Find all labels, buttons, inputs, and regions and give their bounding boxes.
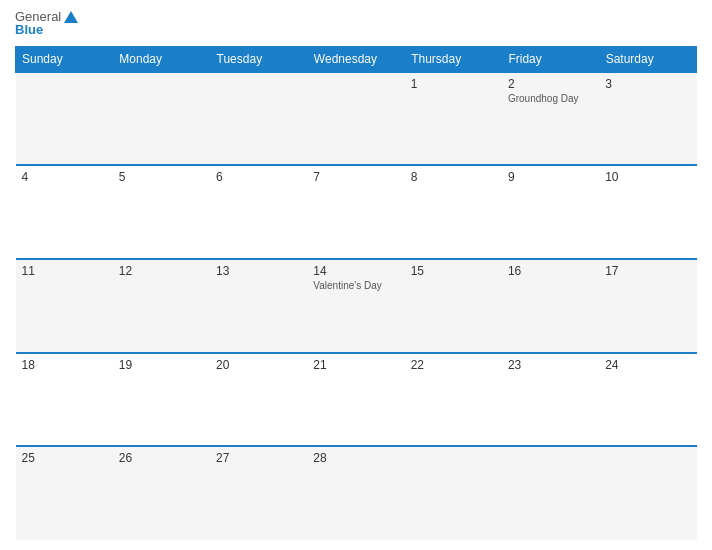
day-event: Valentine's Day — [313, 280, 398, 291]
col-header-wednesday: Wednesday — [307, 46, 404, 72]
day-cell: 26 — [113, 446, 210, 540]
day-number: 10 — [605, 170, 690, 184]
day-cell: 16 — [502, 259, 599, 353]
week-row-4: 18192021222324 — [16, 353, 697, 447]
day-cell: 21 — [307, 353, 404, 447]
day-cell: 3 — [599, 72, 696, 166]
day-cell: 15 — [405, 259, 502, 353]
day-number: 22 — [411, 358, 496, 372]
day-cell: 18 — [16, 353, 113, 447]
week-row-2: 45678910 — [16, 165, 697, 259]
day-number: 14 — [313, 264, 398, 278]
day-cell: 2Groundhog Day — [502, 72, 599, 166]
day-cell: 25 — [16, 446, 113, 540]
day-number: 3 — [605, 77, 690, 91]
day-number: 7 — [313, 170, 398, 184]
day-cell: 10 — [599, 165, 696, 259]
col-header-thursday: Thursday — [405, 46, 502, 72]
calendar-table: SundayMondayTuesdayWednesdayThursdayFrid… — [15, 46, 697, 540]
day-cell: 14Valentine's Day — [307, 259, 404, 353]
day-cell: 19 — [113, 353, 210, 447]
day-number: 13 — [216, 264, 301, 278]
day-number: 24 — [605, 358, 690, 372]
day-number: 11 — [22, 264, 107, 278]
day-cell: 8 — [405, 165, 502, 259]
col-header-monday: Monday — [113, 46, 210, 72]
col-header-sunday: Sunday — [16, 46, 113, 72]
day-cell: 20 — [210, 353, 307, 447]
day-number: 16 — [508, 264, 593, 278]
day-cell: 7 — [307, 165, 404, 259]
day-number: 20 — [216, 358, 301, 372]
day-number: 8 — [411, 170, 496, 184]
calendar-header-row: SundayMondayTuesdayWednesdayThursdayFrid… — [16, 46, 697, 72]
day-cell — [16, 72, 113, 166]
col-header-saturday: Saturday — [599, 46, 696, 72]
header: General Blue — [15, 10, 697, 38]
day-cell: 1 — [405, 72, 502, 166]
day-number: 28 — [313, 451, 398, 465]
day-cell: 6 — [210, 165, 307, 259]
day-cell — [307, 72, 404, 166]
day-cell: 9 — [502, 165, 599, 259]
day-cell — [405, 446, 502, 540]
day-cell: 4 — [16, 165, 113, 259]
day-cell: 11 — [16, 259, 113, 353]
day-number: 6 — [216, 170, 301, 184]
day-cell: 13 — [210, 259, 307, 353]
day-cell — [113, 72, 210, 166]
week-row-3: 11121314Valentine's Day151617 — [16, 259, 697, 353]
day-number: 25 — [22, 451, 107, 465]
day-number: 17 — [605, 264, 690, 278]
page: General Blue SundayMondayTuesdayWednesda… — [0, 0, 712, 550]
day-cell: 17 — [599, 259, 696, 353]
day-cell — [502, 446, 599, 540]
day-event: Groundhog Day — [508, 93, 593, 104]
day-cell: 27 — [210, 446, 307, 540]
logo: General Blue — [15, 10, 78, 38]
day-number: 19 — [119, 358, 204, 372]
day-number: 23 — [508, 358, 593, 372]
week-row-5: 25262728 — [16, 446, 697, 540]
day-number: 12 — [119, 264, 204, 278]
day-number: 1 — [411, 77, 496, 91]
day-number: 5 — [119, 170, 204, 184]
day-cell — [210, 72, 307, 166]
day-cell: 5 — [113, 165, 210, 259]
day-cell: 23 — [502, 353, 599, 447]
logo-blue-text: Blue — [15, 23, 78, 37]
day-number: 9 — [508, 170, 593, 184]
day-number: 26 — [119, 451, 204, 465]
day-cell — [599, 446, 696, 540]
day-cell: 12 — [113, 259, 210, 353]
day-cell: 22 — [405, 353, 502, 447]
day-number: 18 — [22, 358, 107, 372]
day-cell: 28 — [307, 446, 404, 540]
day-number: 27 — [216, 451, 301, 465]
col-header-tuesday: Tuesday — [210, 46, 307, 72]
day-number: 15 — [411, 264, 496, 278]
day-cell: 24 — [599, 353, 696, 447]
day-number: 21 — [313, 358, 398, 372]
week-row-1: 12Groundhog Day3 — [16, 72, 697, 166]
day-number: 4 — [22, 170, 107, 184]
col-header-friday: Friday — [502, 46, 599, 72]
day-number: 2 — [508, 77, 593, 91]
